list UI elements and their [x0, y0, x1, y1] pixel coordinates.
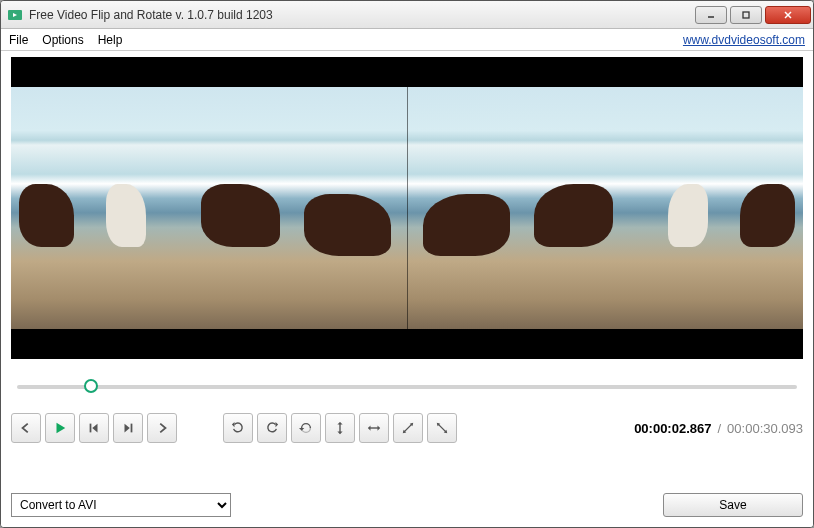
menu-options[interactable]: Options	[42, 33, 83, 47]
video-frame-flipped	[407, 87, 803, 329]
format-select[interactable]: Convert to AVI	[11, 493, 231, 517]
jump-back-button[interactable]	[11, 413, 41, 443]
flip-diagonal-1-button[interactable]	[393, 413, 423, 443]
jump-forward-button[interactable]	[147, 413, 177, 443]
rotate-180-button[interactable]	[291, 413, 321, 443]
video-preview	[11, 57, 803, 359]
window-title: Free Video Flip and Rotate v. 1.0.7 buil…	[29, 8, 695, 22]
rotate-ccw-button[interactable]	[257, 413, 287, 443]
transform-group	[223, 413, 457, 443]
seek-thumb[interactable]	[84, 379, 98, 393]
seek-track	[17, 385, 797, 389]
svg-marker-19	[378, 425, 381, 430]
svg-marker-11	[232, 422, 235, 427]
save-button[interactable]: Save	[663, 493, 803, 517]
svg-rect-3	[743, 12, 749, 18]
svg-marker-16	[337, 432, 342, 435]
time-display: 00:00:02.867 / 00:00:30.093	[634, 421, 803, 436]
menubar: File Options Help www.dvdvideosoft.com	[1, 29, 813, 51]
video-frame-original	[11, 87, 407, 329]
flip-diagonal-2-button[interactable]	[427, 413, 457, 443]
seek-slider[interactable]	[17, 379, 797, 395]
client-area: 00:00:02.867 / 00:00:30.093 Convert to A…	[1, 51, 813, 527]
titlebar[interactable]: Free Video Flip and Rotate v. 1.0.7 buil…	[1, 1, 813, 29]
playback-group	[11, 413, 177, 443]
app-icon	[7, 7, 23, 23]
window-controls	[695, 6, 811, 24]
svg-marker-18	[368, 425, 371, 430]
svg-marker-12	[276, 422, 279, 427]
app-window: Free Video Flip and Rotate v. 1.0.7 buil…	[0, 0, 814, 528]
flip-horizontal-button[interactable]	[359, 413, 389, 443]
flip-vertical-button[interactable]	[325, 413, 355, 443]
website-link[interactable]: www.dvdvideosoft.com	[683, 33, 805, 47]
time-current: 00:00:02.867	[634, 421, 711, 436]
svg-marker-15	[337, 422, 342, 425]
rotate-cw-button[interactable]	[223, 413, 253, 443]
video-letterbox	[11, 57, 803, 87]
svg-marker-6	[57, 423, 66, 434]
controls-row: 00:00:02.867 / 00:00:30.093	[11, 413, 803, 443]
svg-marker-8	[92, 424, 97, 433]
play-button[interactable]	[45, 413, 75, 443]
time-separator: /	[717, 421, 721, 436]
bottom-row: Convert to AVI Save	[11, 493, 803, 517]
close-button[interactable]	[765, 6, 811, 24]
preview-divider	[407, 87, 408, 329]
video-left-pane	[11, 57, 407, 359]
menu-file[interactable]: File	[9, 33, 28, 47]
video-right-pane	[407, 57, 803, 359]
minimize-button[interactable]	[695, 6, 727, 24]
step-back-button[interactable]	[79, 413, 109, 443]
svg-marker-10	[125, 424, 130, 433]
menu-help[interactable]: Help	[98, 33, 123, 47]
video-letterbox	[11, 329, 803, 359]
maximize-button[interactable]	[730, 6, 762, 24]
time-total: 00:00:30.093	[727, 421, 803, 436]
step-forward-button[interactable]	[113, 413, 143, 443]
